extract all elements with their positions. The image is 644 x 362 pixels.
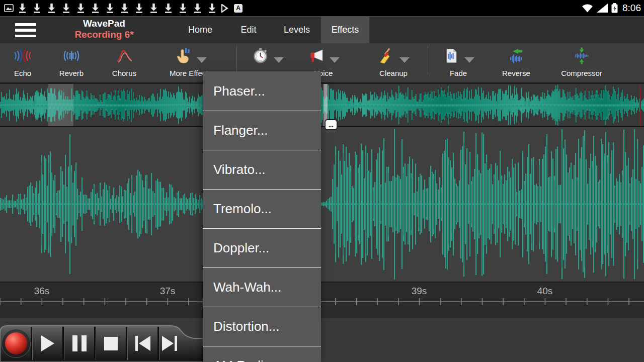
- download-icon: [33, 3, 41, 13]
- toolbar-button-label: Reverb: [59, 69, 84, 77]
- reverse-icon: [508, 48, 525, 66]
- toolbar-button-label: Reverse: [502, 69, 530, 77]
- toolbar-button-compressor[interactable]: Compressor: [555, 45, 608, 81]
- chevron-down-icon: [330, 57, 340, 63]
- download-icon: [47, 3, 56, 13]
- signal-icon: [597, 4, 608, 13]
- status-left-icons: A: [0, 3, 243, 13]
- menu-item-tremolo[interactable]: Tremolo...: [203, 189, 321, 228]
- effects-toolbar: EchoReverbChorusMore EffectsVoiceCleanup…: [0, 43, 644, 83]
- skip-forward-icon: [162, 336, 177, 351]
- menu-item-vibrato[interactable]: Vibrato...: [203, 150, 321, 189]
- chevron-down-icon: [399, 57, 410, 63]
- skip-forward-button[interactable]: [158, 326, 180, 361]
- ruler-label: 36s: [34, 286, 50, 297]
- toolbar-button-fade[interactable]: Fade: [436, 45, 481, 81]
- stop-icon: [104, 337, 118, 350]
- download-icon: [62, 3, 70, 13]
- play-button[interactable]: [32, 326, 63, 361]
- chevron-down-icon: [464, 57, 474, 63]
- reverb-icon: [62, 48, 80, 66]
- download-icon: [164, 3, 173, 13]
- fade-icon: [443, 48, 460, 66]
- pause-button[interactable]: [63, 326, 95, 361]
- compressor-icon: [573, 47, 590, 66]
- wavepad-app: A 8:06 WavePad Recording 6* HomeEditLeve…: [0, 0, 644, 362]
- toolbar-button-chorus[interactable]: Chorus: [102, 45, 147, 81]
- menu-item-flanger[interactable]: Flanger...: [203, 111, 321, 150]
- menu-item-distortion[interactable]: Distortion...: [203, 307, 321, 346]
- app-title: WavePad: [54, 18, 154, 29]
- chevron-down-icon: [197, 57, 207, 63]
- play-store-icon: [221, 4, 229, 13]
- pause-icon: [72, 335, 87, 351]
- record-icon: [2, 329, 31, 358]
- download-icon: [18, 3, 27, 13]
- overview-resize-handle[interactable]: ↔: [325, 119, 338, 130]
- download-icon: [106, 3, 114, 13]
- menu-item-doppler[interactable]: Doppler...: [203, 228, 321, 267]
- menu-item-am-radio[interactable]: AM Radio...: [203, 346, 321, 362]
- android-status-bar: A 8:06: [0, 0, 644, 16]
- title-block: WavePad Recording 6*: [54, 18, 154, 40]
- ruler-label: 37s: [160, 286, 176, 297]
- tab-effects[interactable]: Effects: [321, 17, 369, 43]
- menu-item-wah-wah[interactable]: Wah-Wah...: [203, 267, 321, 307]
- skip-back-button[interactable]: [127, 326, 158, 361]
- toolbar-button-label: Compressor: [561, 69, 602, 77]
- transport-controls: [0, 322, 221, 362]
- overview-record-cursor: [639, 84, 641, 126]
- toolbar-button-label: Cleanup: [379, 69, 408, 77]
- download-icon: [120, 3, 129, 13]
- stopwatch-icon: [252, 48, 269, 66]
- effects-menu: Phaser...Flanger...Vibrato...Tremolo...D…: [203, 71, 321, 362]
- battery-charging-icon: [611, 3, 618, 13]
- tab-bar: HomeEditLevelsEffects: [176, 17, 369, 43]
- toolbar-button-reverse[interactable]: Reverse: [494, 45, 539, 81]
- app-header: WavePad Recording 6* HomeEditLevelsEffec…: [0, 16, 644, 43]
- photo-icon: [4, 4, 14, 12]
- wifi-icon: [582, 4, 593, 13]
- menu-item-phaser[interactable]: Phaser...: [203, 71, 321, 111]
- waveform-overview-strip[interactable]: [0, 83, 644, 127]
- skip-back-icon: [135, 336, 150, 351]
- ruler-label: 39s: [412, 286, 427, 297]
- megaphone-icon: [308, 48, 325, 66]
- tab-levels[interactable]: Levels: [273, 17, 321, 43]
- toolbar-button-label: Echo: [14, 69, 31, 77]
- download-icon: [179, 3, 187, 13]
- status-clock: 8:06: [621, 3, 641, 14]
- broom-icon: [378, 48, 395, 66]
- download-icon: [135, 3, 143, 13]
- chorus-icon: [115, 48, 133, 66]
- download-icon: [149, 3, 158, 13]
- chevron-down-icon: [274, 57, 284, 63]
- download-icon: [208, 3, 216, 13]
- toolbar-button-reverb[interactable]: Reverb: [49, 45, 94, 81]
- download-icons: [18, 3, 216, 13]
- overview-view-window[interactable]: [48, 84, 73, 126]
- time-ruler: 36s37s39s40s: [0, 282, 644, 318]
- download-icon: [193, 3, 202, 13]
- echo-icon: [14, 48, 32, 66]
- toolbar-button-echo[interactable]: Echo: [0, 45, 45, 81]
- document-title: Recording 6*: [54, 29, 154, 40]
- toolbar-separator: [428, 46, 428, 75]
- ruler-label: 40s: [537, 286, 553, 297]
- more-effects-icon: [175, 48, 192, 66]
- record-button[interactable]: [0, 326, 32, 361]
- tab-home[interactable]: Home: [176, 17, 224, 43]
- stop-button[interactable]: [95, 326, 127, 361]
- main-waveform-view[interactable]: [0, 127, 644, 282]
- toolbar-button-label: Fade: [450, 69, 467, 77]
- toolbar-button-label: Chorus: [112, 69, 136, 77]
- status-right-icons: 8:06: [582, 0, 641, 16]
- tab-edit[interactable]: Edit: [224, 17, 273, 43]
- play-icon: [41, 335, 54, 351]
- download-icon: [76, 3, 85, 13]
- toolbar-button-cleanup[interactable]: Cleanup: [371, 45, 416, 81]
- hamburger-menu-icon[interactable]: [15, 23, 36, 37]
- a-icon: A: [234, 4, 243, 13]
- download-icon: [91, 3, 100, 13]
